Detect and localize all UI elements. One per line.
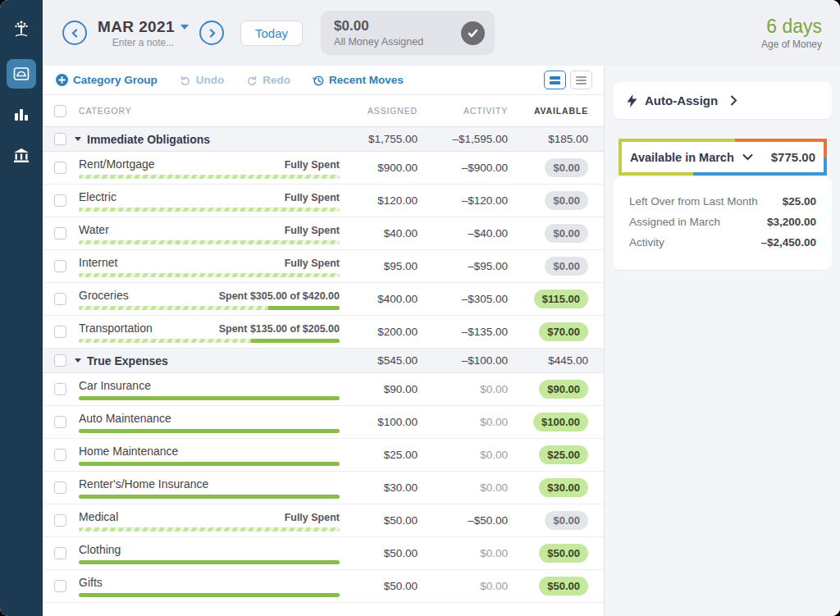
category-row[interactable]: Home Maintenance $25.00 $0.00 $25.00: [43, 439, 604, 472]
collapse-triangle-icon[interactable]: [75, 137, 81, 141]
category-row[interactable]: Medical Fully Spent $50.00 –$50.00 $0.00: [43, 504, 604, 537]
accounts-nav-icon[interactable]: [7, 141, 36, 171]
available-pill[interactable]: $0.00: [545, 224, 588, 244]
available-pill[interactable]: $50.00: [539, 544, 588, 564]
previous-month-button[interactable]: [62, 21, 87, 45]
category-column-header[interactable]: CATEGORY: [79, 106, 340, 116]
assigned-value[interactable]: $30.00: [340, 481, 418, 494]
row-checkbox[interactable]: [54, 547, 66, 559]
category-row[interactable]: Gifts $50.00 $0.00 $50.00: [43, 570, 604, 603]
category-row[interactable]: Groceries Spent $305.00 of $420.00 $400.…: [43, 283, 604, 316]
category-name[interactable]: Gifts: [79, 576, 103, 589]
assigned-value[interactable]: $200.00: [340, 326, 418, 338]
activity-value[interactable]: –$305.00: [418, 293, 508, 305]
category-name[interactable]: Auto Maintenance: [79, 412, 171, 425]
category-name[interactable]: Clothing: [79, 543, 121, 556]
category-name[interactable]: Water: [79, 223, 109, 236]
activity-value[interactable]: –$40.00: [418, 227, 508, 240]
available-in-month-selector[interactable]: Available in March $775.00: [619, 139, 827, 176]
ynab-tree-logo-icon[interactable]: [7, 13, 36, 43]
recent-moves-button[interactable]: Recent Moves: [313, 74, 404, 86]
assigned-value[interactable]: $25.00: [340, 449, 418, 461]
category-name[interactable]: Rent/Mortgage: [79, 157, 155, 171]
row-checkbox[interactable]: [54, 580, 66, 592]
activity-value[interactable]: $0.00: [418, 580, 508, 592]
category-row[interactable]: Rent/Mortgage Fully Spent $900.00 –$900.…: [43, 152, 604, 185]
group-name[interactable]: True Expenses: [87, 354, 340, 367]
row-checkbox[interactable]: [54, 326, 66, 338]
today-button[interactable]: Today: [240, 21, 303, 46]
available-pill[interactable]: $25.00: [539, 445, 588, 465]
assigned-value[interactable]: $40.00: [340, 227, 418, 240]
available-pill[interactable]: $115.00: [534, 290, 588, 309]
row-checkbox[interactable]: [54, 162, 66, 174]
category-name[interactable]: Medical: [79, 510, 118, 523]
assigned-column-header[interactable]: ASSIGNED: [340, 106, 418, 116]
budget-nav-icon[interactable]: [7, 59, 36, 89]
available-pill[interactable]: $30.00: [539, 478, 588, 498]
available-pill[interactable]: $50.00: [539, 577, 588, 596]
activity-value[interactable]: –$120.00: [418, 194, 508, 207]
row-checkbox[interactable]: [54, 416, 66, 428]
comfortable-view-toggle[interactable]: [544, 71, 566, 89]
activity-value[interactable]: $0.00: [418, 547, 508, 559]
category-name[interactable]: Home Maintenance: [79, 445, 178, 458]
available-pill[interactable]: $0.00: [545, 191, 588, 211]
group-name[interactable]: Immediate Obligations: [87, 133, 340, 146]
month-note-field[interactable]: Enter a note...: [98, 37, 189, 48]
assigned-value[interactable]: $400.00: [340, 293, 418, 305]
activity-value[interactable]: $0.00: [418, 416, 508, 428]
available-pill[interactable]: $0.00: [545, 257, 588, 276]
row-checkbox[interactable]: [54, 133, 66, 145]
add-category-group-button[interactable]: Category Group: [56, 74, 158, 86]
available-pill[interactable]: $70.00: [539, 322, 588, 342]
collapse-triangle-icon[interactable]: [75, 358, 81, 363]
row-checkbox[interactable]: [54, 514, 66, 527]
category-row[interactable]: Renter's/Home Insurance $30.00 $0.00 $30…: [43, 472, 604, 504]
row-checkbox[interactable]: [54, 383, 66, 395]
category-row[interactable]: Auto Maintenance $100.00 $0.00 $100.00: [43, 406, 604, 439]
category-row[interactable]: Water Fully Spent $40.00 –$40.00 $0.00: [43, 217, 604, 250]
assigned-value[interactable]: $90.00: [340, 383, 418, 395]
select-all-checkbox[interactable]: [54, 105, 66, 117]
available-column-header[interactable]: AVAILABLE: [508, 106, 588, 116]
group-row[interactable]: Immediate Obligations $1,755.00 –$1,595.…: [43, 127, 604, 152]
row-checkbox[interactable]: [54, 227, 66, 240]
row-checkbox[interactable]: [54, 293, 66, 305]
assigned-value[interactable]: $50.00: [340, 514, 418, 527]
activity-value[interactable]: $0.00: [418, 383, 508, 395]
activity-value[interactable]: $0.00: [418, 449, 508, 461]
row-checkbox[interactable]: [54, 260, 66, 272]
category-row[interactable]: Clothing $50.00 $0.00 $50.00: [43, 537, 604, 570]
all-money-assigned-banner[interactable]: $0.00 All Money Assigned: [321, 11, 495, 55]
category-name[interactable]: Transportation: [79, 322, 153, 335]
category-name[interactable]: Groceries: [79, 289, 129, 302]
activity-value[interactable]: –$95.00: [418, 260, 508, 272]
row-checkbox[interactable]: [54, 194, 66, 207]
reports-nav-icon[interactable]: [7, 100, 36, 130]
assigned-value[interactable]: $100.00: [340, 416, 418, 428]
assigned-value[interactable]: $900.00: [340, 162, 418, 174]
activity-value[interactable]: –$135.00: [418, 326, 508, 338]
category-row[interactable]: Transportation Spent $135.00 of $205.00 …: [43, 316, 604, 349]
activity-column-header[interactable]: ACTIVITY: [418, 106, 508, 116]
row-checkbox[interactable]: [54, 354, 66, 367]
category-row[interactable]: Electric Fully Spent $120.00 –$120.00 $0…: [43, 185, 604, 217]
assigned-value[interactable]: $50.00: [340, 580, 418, 592]
month-selector[interactable]: MAR 2021 Enter a note...: [98, 18, 189, 48]
assigned-value[interactable]: $95.00: [340, 260, 418, 272]
available-pill[interactable]: $0.00: [545, 158, 588, 178]
activity-value[interactable]: –$900.00: [418, 162, 508, 174]
available-pill[interactable]: $100.00: [533, 413, 588, 432]
assigned-value[interactable]: $50.00: [340, 547, 418, 559]
group-row[interactable]: True Expenses $545.00 –$100.00 $445.00: [43, 349, 604, 373]
activity-value[interactable]: $0.00: [418, 481, 508, 494]
available-pill[interactable]: $0.00: [545, 511, 588, 531]
next-month-button[interactable]: [199, 21, 224, 45]
activity-value[interactable]: –$50.00: [418, 514, 508, 527]
category-row[interactable]: Car Insurance $90.00 $0.00 $90.00: [43, 373, 604, 406]
auto-assign-card[interactable]: Auto-Assign: [614, 82, 832, 119]
assigned-value[interactable]: $120.00: [340, 194, 418, 207]
available-pill[interactable]: $90.00: [539, 380, 588, 399]
redo-button[interactable]: Redo: [246, 74, 290, 86]
